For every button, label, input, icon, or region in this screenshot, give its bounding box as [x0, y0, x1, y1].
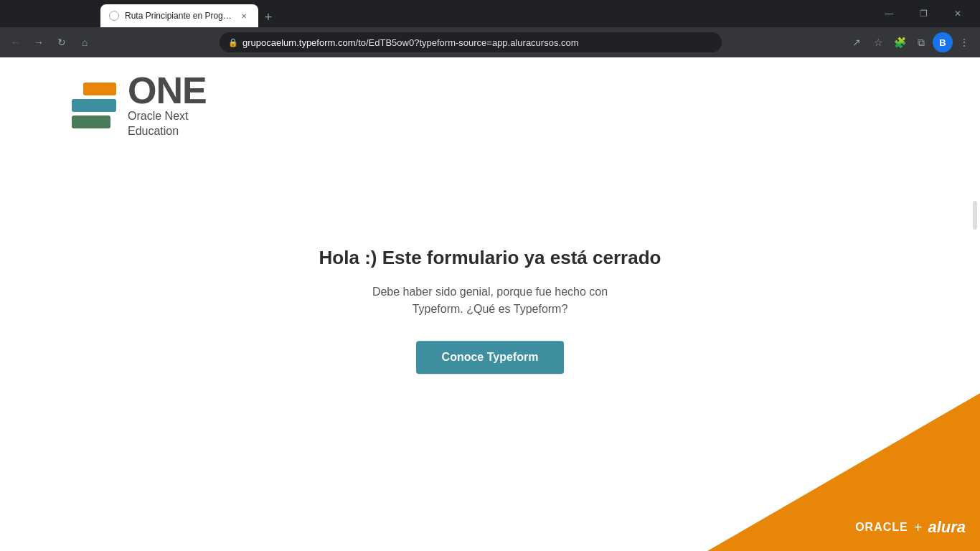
page-content: ONE Oracle Next Education Hola :) Este f…	[0, 57, 980, 551]
url-text: grupocaelum.typeform.com/to/EdTB5ow0?typ…	[242, 37, 579, 48]
oracle-text: ORACLE	[855, 521, 908, 534]
stack-orange	[83, 83, 116, 95]
oracle-alura-badge: ORACLE + alura	[855, 518, 966, 537]
tab-title: Ruta Principiante en Programaci...	[125, 11, 232, 21]
conoce-typeform-button[interactable]: Conoce Typeform	[416, 341, 565, 374]
close-button[interactable]: ✕	[941, 2, 974, 25]
forward-button[interactable]: →	[29, 32, 49, 52]
url-domain: grupocaelum.typeform.com	[242, 37, 356, 48]
address-bar-row: ← → ↻ ⌂ 🔒 grupocaelum.typeform.com/to/Ed…	[0, 27, 980, 57]
profile-button[interactable]: B	[933, 32, 953, 52]
toolbar-icons: ↗ ☆ 🧩 ⧉ B ⋮	[847, 32, 974, 52]
logo-area: ONE Oracle Next Education	[72, 72, 207, 139]
scrollbar	[973, 201, 977, 230]
url-path: /to/EdTB5ow0?typeform-source=app.aluracu…	[356, 37, 579, 48]
stack-green	[72, 116, 110, 128]
plus-icon: +	[914, 519, 923, 536]
reload-button[interactable]: ↻	[52, 32, 72, 52]
home-button[interactable]: ⌂	[75, 32, 95, 52]
new-tab-button[interactable]: +	[258, 7, 278, 27]
logo-subtitle: Oracle Next Education	[128, 109, 207, 139]
share-button[interactable]: ↗	[847, 32, 867, 52]
alura-text: alura	[928, 518, 966, 537]
tab-bar: Ruta Principiante en Programaci... ✕ +	[100, 0, 278, 27]
logo-one-text: ONE	[128, 72, 207, 109]
lock-icon: 🔒	[228, 38, 238, 47]
active-tab[interactable]: Ruta Principiante en Programaci... ✕	[100, 4, 258, 27]
logo-text-area: ONE Oracle Next Education	[128, 72, 207, 139]
maximize-button[interactable]: ❐	[907, 2, 940, 25]
stack-teal	[72, 99, 116, 112]
bookmark-button[interactable]: ☆	[868, 32, 888, 52]
tab-favicon	[109, 11, 119, 21]
browser-chrome: Ruta Principiante en Programaci... ✕ + —…	[0, 0, 980, 27]
main-subtitle: Debe haber sido genial, porque fue hecho…	[311, 283, 669, 318]
window-controls: — ❐ ✕	[872, 2, 974, 25]
back-button[interactable]: ←	[6, 32, 26, 52]
main-message: Hola :) Este formulario ya está cerrado …	[311, 247, 669, 374]
minimize-button[interactable]: —	[872, 2, 905, 25]
sidebar-toggle-button[interactable]: ⧉	[911, 32, 931, 52]
logo-stacks	[72, 83, 116, 128]
address-bar[interactable]: 🔒 grupocaelum.typeform.com/to/EdTB5ow0?t…	[220, 32, 722, 52]
extensions-button[interactable]: 🧩	[890, 32, 910, 52]
tab-close-button[interactable]: ✕	[238, 10, 250, 22]
menu-button[interactable]: ⋮	[954, 32, 974, 52]
main-title: Hola :) Este formulario ya está cerrado	[311, 247, 669, 269]
